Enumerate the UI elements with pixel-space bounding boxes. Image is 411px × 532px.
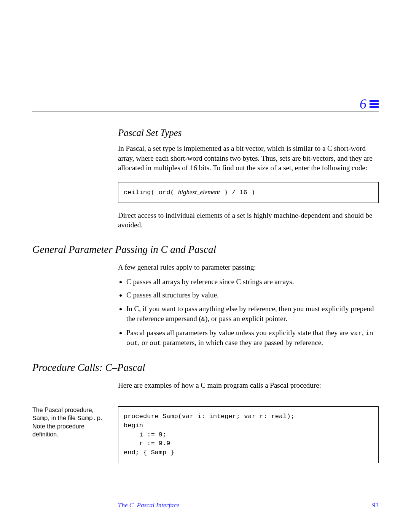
code-inline: var — [350, 330, 362, 337]
text: parameters, in which case they are passe… — [161, 339, 323, 347]
svg-rect-1 — [370, 103, 379, 105]
text: The Pascal procedure, — [32, 407, 94, 413]
page-number: 93 — [372, 502, 379, 509]
text: , — [362, 329, 366, 337]
chapter-marker: 6 — [360, 96, 379, 112]
code-text: ) / 16 ) — [220, 189, 255, 196]
body: Pascal Set Types In Pascal, a set type i… — [32, 128, 379, 471]
example-row: The Pascal procedure, Samp, in the file … — [32, 406, 379, 463]
footer: The C–Pascal Interface 93 — [32, 502, 379, 509]
section-heading: Pascal Set Types — [118, 128, 379, 138]
code-inline: Samp — [32, 415, 48, 422]
text: , or — [138, 339, 150, 347]
page: 6 Pascal Set Types In Pascal, a set type… — [0, 0, 411, 532]
list-item: In C, if you want to pass anything else … — [126, 304, 379, 324]
text: ), or pass an explicit pointer. — [205, 315, 287, 323]
section-procedure-calls: Here are examples of how a C main progra… — [118, 380, 379, 390]
section-general-parameter: A few general rules apply to parameter p… — [118, 262, 379, 348]
section-heading-general: General Parameter Passing in C and Pasca… — [32, 244, 379, 256]
svg-rect-0 — [370, 100, 379, 102]
bullet-list: C passes all arrays by reference since C… — [118, 277, 379, 348]
list-item: Pascal passes all parameters by value un… — [126, 328, 379, 348]
chapter-number: 6 — [360, 96, 366, 112]
svg-rect-2 — [370, 106, 379, 108]
text: Pascal passes all parameters by value un… — [126, 329, 350, 337]
paragraph: A few general rules apply to parameter p… — [118, 262, 379, 272]
menu-icon — [370, 99, 379, 109]
code-argument: highest_element — [178, 189, 220, 196]
paragraph: Direct access to individual elements of … — [118, 211, 379, 230]
paragraph: In Pascal, a set type is implemented as … — [118, 144, 379, 173]
paragraph: Here are examples of how a C main progra… — [118, 380, 379, 390]
text: , in the file — [48, 415, 77, 421]
section-heading-procedure: Procedure Calls: C–Pascal — [32, 362, 379, 374]
header-rule — [32, 112, 379, 112]
code-box: ceiling( ord( highest_element ) / 16 ) — [118, 182, 379, 203]
section-pascal-set-types: Pascal Set Types In Pascal, a set type i… — [118, 128, 379, 230]
code-box: procedure Samp(var i: integer; var r: re… — [118, 406, 379, 463]
code-text: ceiling( ord( — [124, 189, 178, 196]
code-inline: & — [201, 316, 205, 323]
side-note: The Pascal procedure, Samp, in the file … — [32, 406, 112, 438]
code-inline: Samp.p — [77, 415, 100, 422]
footer-title: The C–Pascal Interface — [118, 502, 179, 509]
code-inline: out — [150, 340, 161, 347]
list-item: C passes all arrays by reference since C… — [126, 277, 379, 287]
list-item: C passes all structures by value. — [126, 290, 379, 300]
